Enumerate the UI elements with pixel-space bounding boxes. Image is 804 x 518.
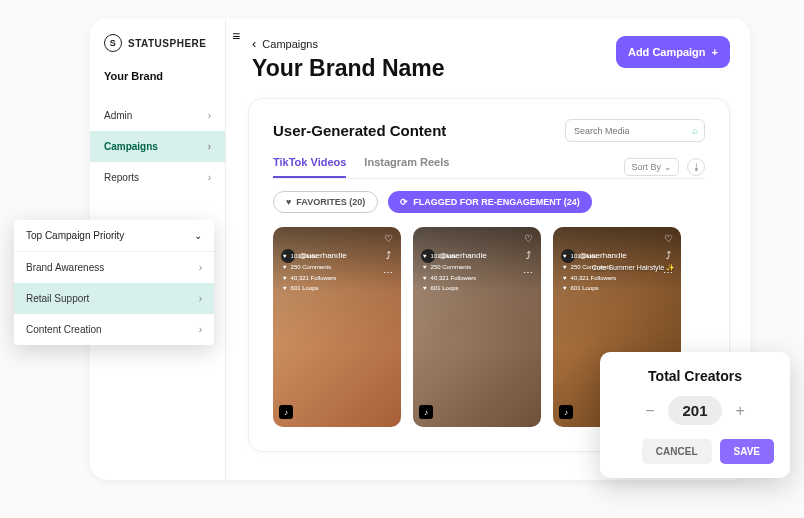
save-button[interactable]: SAVE bbox=[720, 439, 775, 464]
share-icon[interactable]: ⤴ bbox=[386, 250, 391, 261]
cancel-button[interactable]: CANCEL bbox=[642, 439, 712, 464]
brand-logo-mark: S bbox=[104, 34, 122, 52]
search-icon: ⌕ bbox=[692, 125, 698, 136]
video-card[interactable]: @userhandle ♡ ⤴ ⋯ 101 Likes 250 Comments… bbox=[413, 227, 541, 427]
chevron-right-icon: › bbox=[208, 110, 211, 121]
chevron-right-icon: › bbox=[199, 293, 202, 304]
add-campaign-label: Add Campaign bbox=[628, 46, 706, 58]
search-media-box[interactable]: ⌕ bbox=[565, 119, 705, 142]
tiktok-icon: ♪ bbox=[279, 405, 293, 419]
sidebar-item-admin[interactable]: Admin › bbox=[90, 100, 225, 131]
pill-favorites-label: FAVORITES (20) bbox=[296, 197, 365, 207]
card-action-icons: ♡ ⤴ ⋯ bbox=[523, 233, 533, 278]
pill-flagged[interactable]: ⟳ FLAGGED FOR RE-ENGAGEMENT (24) bbox=[388, 191, 592, 213]
tab-instagram[interactable]: Instagram Reels bbox=[364, 156, 449, 178]
card-caption: Cute Summer Hairstyle ✨ bbox=[592, 263, 675, 273]
video-card[interactable]: @userhandle ♡ ⤴ ⋯ 101 Likes 250 Comments… bbox=[273, 227, 401, 427]
total-creators-title: Total Creators bbox=[616, 368, 774, 384]
quantity-stepper: − 201 + bbox=[616, 396, 774, 425]
priority-head-label: Top Campaign Priority bbox=[26, 230, 124, 241]
panel-title: User-Generated Content bbox=[273, 122, 446, 139]
card-action-icons: ♡ ⤴ ⋯ bbox=[383, 233, 393, 278]
share-icon[interactable]: ⤴ bbox=[526, 250, 531, 261]
heart-icon[interactable]: ♡ bbox=[664, 233, 673, 244]
add-campaign-button[interactable]: Add Campaign + bbox=[616, 36, 730, 68]
card-stats: 101 Likes 250 Comments 40,321 Followers … bbox=[423, 251, 476, 294]
tiktok-icon: ♪ bbox=[559, 405, 573, 419]
priority-item-label: Retail Support bbox=[26, 293, 89, 304]
heart-icon: ♥ bbox=[286, 197, 291, 207]
total-creators-card: Total Creators − 201 + CANCEL SAVE bbox=[600, 352, 790, 478]
sidebar-item-label: Admin bbox=[104, 110, 132, 121]
pill-favorites[interactable]: ♥ FAVORITES (20) bbox=[273, 191, 378, 213]
chevron-right-icon: › bbox=[199, 324, 202, 335]
pill-flagged-label: FLAGGED FOR RE-ENGAGEMENT (24) bbox=[413, 197, 580, 207]
tabs-row: TikTok Videos Instagram Reels Sort By ⌄ … bbox=[273, 156, 705, 179]
heart-icon[interactable]: ♡ bbox=[384, 233, 393, 244]
your-brand-label: Your Brand bbox=[90, 70, 225, 100]
more-icon[interactable]: ⋯ bbox=[383, 267, 393, 278]
chevron-right-icon: › bbox=[199, 262, 202, 273]
sidebar-item-campaigns[interactable]: Campaigns › bbox=[90, 131, 225, 162]
priority-item-brand-awareness[interactable]: Brand Awareness › bbox=[14, 252, 214, 283]
download-icon: ⭳ bbox=[692, 162, 701, 172]
decrement-button[interactable]: − bbox=[645, 402, 654, 420]
plus-icon: + bbox=[712, 46, 718, 58]
sort-by-button[interactable]: Sort By ⌄ bbox=[624, 158, 679, 176]
priority-dropdown-head[interactable]: Top Campaign Priority ⌄ bbox=[14, 220, 214, 252]
more-icon[interactable]: ⋯ bbox=[523, 267, 533, 278]
tab-tiktok[interactable]: TikTok Videos bbox=[273, 156, 346, 178]
chevron-left-icon[interactable]: ‹ bbox=[252, 36, 256, 51]
sort-by-label: Sort By bbox=[631, 162, 661, 172]
download-button[interactable]: ⭳ bbox=[687, 158, 705, 176]
priority-item-label: Content Creation bbox=[26, 324, 102, 335]
sidebar-item-label: Campaigns bbox=[104, 141, 158, 152]
heart-icon[interactable]: ♡ bbox=[524, 233, 533, 244]
breadcrumb-label: Campaigns bbox=[262, 38, 318, 50]
share-icon[interactable]: ⤴ bbox=[666, 250, 671, 261]
tiktok-icon: ♪ bbox=[419, 405, 433, 419]
search-input[interactable] bbox=[574, 126, 686, 136]
creators-value: 201 bbox=[668, 396, 721, 425]
refresh-icon: ⟳ bbox=[400, 197, 408, 207]
priority-dropdown: Top Campaign Priority ⌄ Brand Awareness … bbox=[14, 220, 214, 345]
priority-item-content-creation[interactable]: Content Creation › bbox=[14, 314, 214, 345]
chevron-right-icon: › bbox=[208, 141, 211, 152]
brand-logo: S STATUSPHERE bbox=[90, 34, 225, 70]
chevron-down-icon: ⌄ bbox=[664, 162, 672, 172]
chevron-down-icon: ⌄ bbox=[194, 230, 202, 241]
chevron-right-icon: › bbox=[208, 172, 211, 183]
priority-item-label: Brand Awareness bbox=[26, 262, 104, 273]
card-stats: 101 Likes 250 Comments 40,321 Followers … bbox=[283, 251, 336, 294]
increment-button[interactable]: + bbox=[736, 402, 745, 420]
brand-logo-text: STATUSPHERE bbox=[128, 38, 206, 49]
priority-item-retail-support[interactable]: Retail Support › bbox=[14, 283, 214, 314]
hamburger-icon[interactable]: ≡ bbox=[232, 28, 240, 44]
sidebar-item-label: Reports bbox=[104, 172, 139, 183]
sidebar-item-reports[interactable]: Reports › bbox=[90, 162, 225, 193]
